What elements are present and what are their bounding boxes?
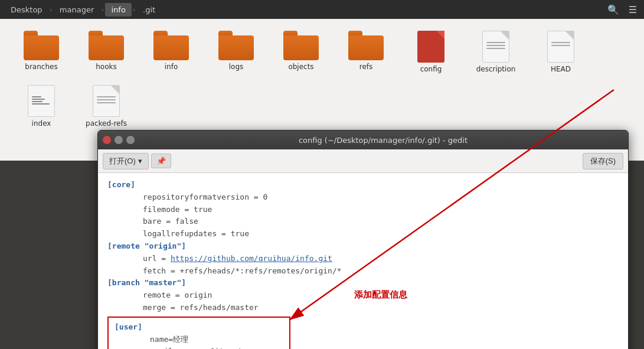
logallrefupdates-line: logallrefupdates = true <box>107 228 619 240</box>
save-button[interactable]: 保存(S) <box>583 153 623 169</box>
gedit-content[interactable]: [core] repositoryformatversion = 0 filem… <box>98 173 628 349</box>
user-section-container: [user] name=经理 email=manager@itcast.com <box>107 317 619 349</box>
breadcrumb-info[interactable]: info <box>105 3 131 17</box>
remote-section-line: [remote "origin"] <box>107 240 619 253</box>
gedit-window: config (~/Desktop/manager/info/.git) - g… <box>97 130 629 349</box>
pin-icon: 📌 <box>156 156 166 165</box>
top-bar: Desktop › manager › info › .git 🔍 ☰ <box>0 0 644 19</box>
email-line: email=manager@itcast.com <box>115 345 283 349</box>
breadcrumb-sep2: › <box>101 5 104 14</box>
folder-icon-hooks <box>89 31 124 60</box>
maximize-button[interactable] <box>126 136 135 144</box>
menu-icon[interactable]: ☰ <box>626 2 639 18</box>
file-item-info[interactable]: info <box>148 31 195 73</box>
file-label-config: config <box>420 65 442 73</box>
folder-icon-objects <box>283 31 319 60</box>
gedit-titlebar: config (~/Desktop/manager/info/.git) - g… <box>98 131 628 149</box>
name-line: name=经理 <box>115 334 283 346</box>
open-button[interactable]: 打开(O) ▾ <box>103 153 149 169</box>
branch-section-line: [branch "master"] <box>107 277 619 289</box>
folder-icon-branches <box>24 31 59 60</box>
minimize-button[interactable] <box>115 136 123 144</box>
folder-icon-refs <box>348 31 384 60</box>
file-label-head: HEAD <box>551 65 571 73</box>
file-item-description[interactable]: description <box>472 31 519 73</box>
file-item-objects[interactable]: objects <box>277 31 325 73</box>
file-item-refs[interactable]: refs <box>342 31 390 73</box>
url-line: url = https://github.com/qruihua/info.gi… <box>107 253 619 265</box>
config-file-icon <box>417 31 444 63</box>
search-icon[interactable]: 🔍 <box>605 2 622 18</box>
file-item-config[interactable]: config <box>407 31 455 73</box>
pin-button[interactable]: 📌 <box>151 154 171 168</box>
file-label-hooks: hooks <box>96 63 117 71</box>
file-item-logs[interactable]: logs <box>213 31 260 73</box>
file-label-refs: refs <box>359 63 373 71</box>
repositoryformatversion-line: repositoryformatversion = 0 <box>107 191 619 204</box>
merge-line: merge = refs/heads/master <box>107 302 619 314</box>
breadcrumb-sep1: › <box>50 5 53 14</box>
gedit-title: config (~/Desktop/manager/info/.git) - g… <box>143 136 623 145</box>
breadcrumb-git[interactable]: .git <box>137 3 161 17</box>
filemode-line: filemode = true <box>107 204 619 216</box>
index-icon <box>28 85 55 117</box>
file-item-head[interactable]: HEAD <box>537 31 584 73</box>
file-label-index: index <box>32 119 51 128</box>
file-label-description: description <box>476 65 516 73</box>
file-label-branches: branches <box>25 63 57 71</box>
file-item-hooks[interactable]: hooks <box>83 31 130 73</box>
file-label-objects: objects <box>288 63 313 71</box>
gedit-toolbar: 打开(O) ▾ 📌 保存(S) <box>98 149 628 173</box>
user-section-line: [user] <box>115 321 283 334</box>
breadcrumb-manager[interactable]: manager <box>54 3 100 17</box>
file-item-packed-refs[interactable]: packed-refs <box>83 85 130 128</box>
bare-line: bare = false <box>107 216 619 228</box>
file-label-info: info <box>165 63 178 71</box>
folder-icon-info <box>153 31 189 60</box>
fetch-line: fetch = +refs/heads/*:refs/remotes/origi… <box>107 265 619 278</box>
core-section-line: [core] <box>107 179 619 191</box>
toolbar-right: 保存(S) <box>583 153 623 169</box>
file-item-branches[interactable]: branches <box>18 31 65 73</box>
file-label-packed-refs: packed-refs <box>86 119 127 128</box>
dropdown-arrow-icon: ▾ <box>138 156 142 165</box>
breadcrumb-desktop[interactable]: Desktop <box>5 3 48 17</box>
doc-icon-description <box>482 31 509 63</box>
file-item-index[interactable]: index <box>18 85 65 128</box>
topbar-right: 🔍 ☰ <box>605 2 639 18</box>
user-section-box: [user] name=经理 email=manager@itcast.com <box>107 317 290 349</box>
doc-icon-packed-refs <box>93 85 120 117</box>
doc-icon-head <box>547 31 574 63</box>
file-label-logs: logs <box>229 63 244 71</box>
breadcrumb-sep3: › <box>133 5 136 14</box>
annotation-text: 添加配置信息 <box>354 289 407 301</box>
folder-icon-logs <box>218 31 254 60</box>
close-button[interactable] <box>103 136 111 144</box>
